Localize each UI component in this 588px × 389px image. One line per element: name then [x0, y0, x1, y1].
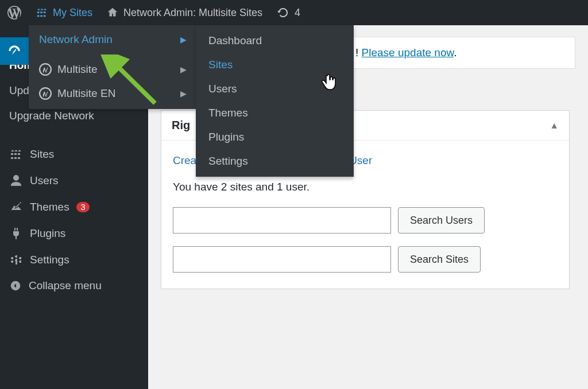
network-admin-label: Network Admin [39, 33, 113, 46]
admin-bar: My Sites Network Admin: Multisite Sites … [0, 0, 588, 25]
submenu-dashboard[interactable]: Dashboard [196, 29, 354, 53]
my-sites-menu[interactable]: My Sites [29, 0, 99, 25]
site-b-label: Multisite EN [57, 87, 115, 100]
submenu-sites[interactable]: Sites [196, 53, 354, 77]
updates-indicator[interactable]: 4 [269, 0, 307, 25]
sidebar-item-themes[interactable]: Themes 3 [0, 194, 148, 220]
sidebar-label-themes: Themes [30, 201, 69, 213]
search-users-button[interactable]: Search Users [398, 207, 485, 234]
my-sites-dropdown: Network Admin ▶ Multisite ▶ Multisite EN… [29, 25, 196, 109]
sidebar-label-users: Users [30, 174, 59, 187]
chevron-right-icon: ▶ [180, 89, 187, 98]
my-sites-label: My Sites [53, 7, 92, 19]
sidebar-item-users[interactable]: Users [0, 168, 148, 194]
dashboard-active-icon[interactable] [0, 37, 29, 65]
site-item-b[interactable]: Multisite EN ▶ [29, 81, 196, 109]
stats-text: You have 2 sites and 1 user. [173, 181, 558, 193]
sidebar-label-sites: Sites [30, 148, 54, 161]
submenu-settings[interactable]: Settings [196, 149, 354, 173]
sidebar-label-updates: Upd [9, 84, 29, 97]
sidebar-item-sites[interactable]: Sites [0, 141, 148, 168]
sidebar-label-settings: Settings [30, 254, 69, 266]
collapse-label: Collapse menu [29, 279, 102, 292]
sidebar-item-settings[interactable]: Settings [0, 247, 148, 273]
chevron-right-icon: ▶ [180, 65, 187, 74]
sidebar-label-upgrade: Upgrade Network [9, 110, 94, 122]
network-admin-submenu: Dashboard Sites Users Themes Plugins Set… [196, 25, 354, 177]
chevron-right-icon: ▶ [180, 35, 187, 44]
wordpress-logo[interactable] [0, 0, 29, 25]
collapse-menu-button[interactable]: Collapse menu [0, 273, 148, 298]
metabox-title: Rig [172, 119, 190, 132]
network-home-link[interactable]: Network Admin: Multisite Sites [99, 0, 269, 25]
sidebar-label-plugins: Plugins [30, 227, 65, 240]
update-notice: ! Please update now. [345, 37, 575, 69]
network-title-label: Network Admin: Multisite Sites [123, 7, 262, 19]
themes-update-badge: 3 [76, 202, 90, 212]
network-admin-item[interactable]: Network Admin ▶ [29, 25, 196, 54]
update-prefix: ! [355, 46, 362, 59]
search-users-input[interactable] [173, 207, 391, 234]
chevron-up-icon: ▲ [550, 120, 559, 131]
submenu-users[interactable]: Users [196, 77, 354, 101]
update-now-link[interactable]: Please update now [362, 46, 454, 59]
site-a-label: Multisite [57, 63, 98, 76]
submenu-themes[interactable]: Themes [196, 101, 354, 125]
submenu-plugins[interactable]: Plugins [196, 125, 354, 149]
sidebar-item-plugins[interactable]: Plugins [0, 220, 148, 247]
update-suffix: . [454, 46, 457, 59]
search-sites-input[interactable] [173, 246, 391, 273]
updates-count: 4 [295, 7, 300, 19]
site-item-a[interactable]: Multisite ▶ [29, 54, 196, 81]
search-sites-button[interactable]: Search Sites [398, 246, 481, 273]
